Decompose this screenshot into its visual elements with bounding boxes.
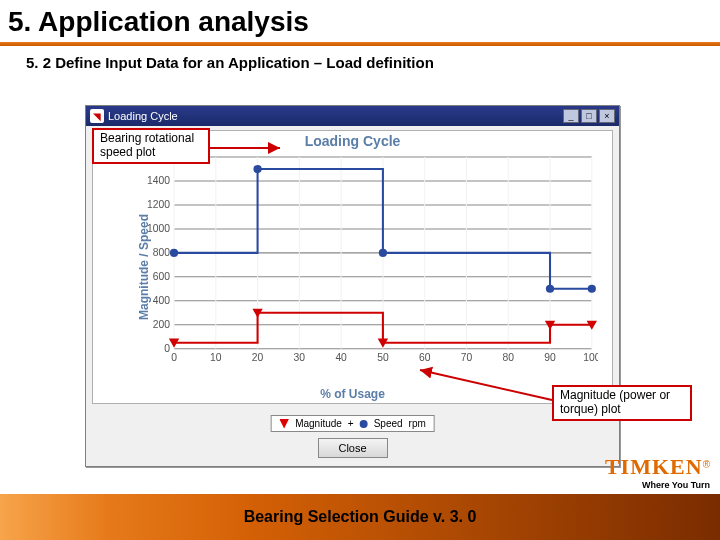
legend-magnitude-label: Magnitude bbox=[295, 418, 342, 429]
svg-text:100: 100 bbox=[583, 352, 598, 363]
legend-speed-unit: rpm bbox=[409, 418, 426, 429]
svg-point-40 bbox=[170, 249, 178, 257]
footer-bar: Bearing Selection Guide v. 3. 0 bbox=[0, 494, 720, 540]
svg-text:1400: 1400 bbox=[147, 175, 170, 186]
svg-text:600: 600 bbox=[153, 271, 171, 282]
svg-text:40: 40 bbox=[335, 352, 347, 363]
svg-text:0: 0 bbox=[171, 352, 177, 363]
svg-point-42 bbox=[379, 249, 387, 257]
minimize-button[interactable]: _ bbox=[563, 109, 579, 123]
app-icon: ◥ bbox=[90, 109, 104, 123]
maximize-button[interactable]: □ bbox=[581, 109, 597, 123]
svg-text:50: 50 bbox=[377, 352, 389, 363]
legend-speed-label: Speed bbox=[374, 418, 403, 429]
callout-speed: Bearing rotational speed plot bbox=[92, 128, 210, 164]
close-window-button[interactable]: × bbox=[599, 109, 615, 123]
close-button[interactable]: Close bbox=[318, 438, 388, 458]
magnitude-marker-icon bbox=[279, 419, 289, 429]
svg-text:90: 90 bbox=[544, 352, 556, 363]
svg-text:400: 400 bbox=[153, 295, 171, 306]
svg-text:1200: 1200 bbox=[147, 199, 170, 210]
x-axis-label: % of Usage bbox=[93, 387, 612, 401]
slide-subtitle: 5. 2 Define Input Data for an Applicatio… bbox=[0, 46, 720, 71]
svg-text:20: 20 bbox=[252, 352, 264, 363]
svg-point-41 bbox=[253, 165, 261, 173]
svg-text:0: 0 bbox=[164, 343, 170, 354]
callout-magnitude: Magnitude (power or torque) plot bbox=[552, 385, 692, 421]
svg-text:1000: 1000 bbox=[147, 223, 170, 234]
window-title: Loading Cycle bbox=[108, 110, 178, 122]
svg-text:80: 80 bbox=[502, 352, 514, 363]
svg-point-43 bbox=[546, 285, 554, 293]
svg-text:800: 800 bbox=[153, 247, 171, 258]
plot-area: 0200400600800100012001400160001020304050… bbox=[143, 153, 598, 367]
slide-title: 5. Application analysis bbox=[0, 0, 720, 38]
logo-registered-icon: ® bbox=[703, 459, 710, 470]
footer-title: Bearing Selection Guide v. 3. 0 bbox=[0, 508, 720, 526]
window-titlebar: ◥ Loading Cycle _ □ × bbox=[86, 106, 619, 126]
svg-point-44 bbox=[588, 285, 596, 293]
svg-text:10: 10 bbox=[210, 352, 222, 363]
svg-text:70: 70 bbox=[461, 352, 473, 363]
speed-marker-icon bbox=[360, 420, 368, 428]
svg-text:60: 60 bbox=[419, 352, 431, 363]
legend: Magnitude + Speed rpm bbox=[270, 415, 435, 432]
logo-text: TIMKEN bbox=[605, 454, 703, 479]
logo-tagline: Where You Turn bbox=[605, 480, 710, 490]
timken-logo: TIMKEN® Where You Turn bbox=[605, 454, 710, 490]
svg-text:200: 200 bbox=[153, 319, 171, 330]
chart-area: Loading Cycle Magnitude / Speed % of Usa… bbox=[92, 130, 613, 404]
legend-plus: + bbox=[348, 418, 354, 429]
svg-text:30: 30 bbox=[294, 352, 306, 363]
